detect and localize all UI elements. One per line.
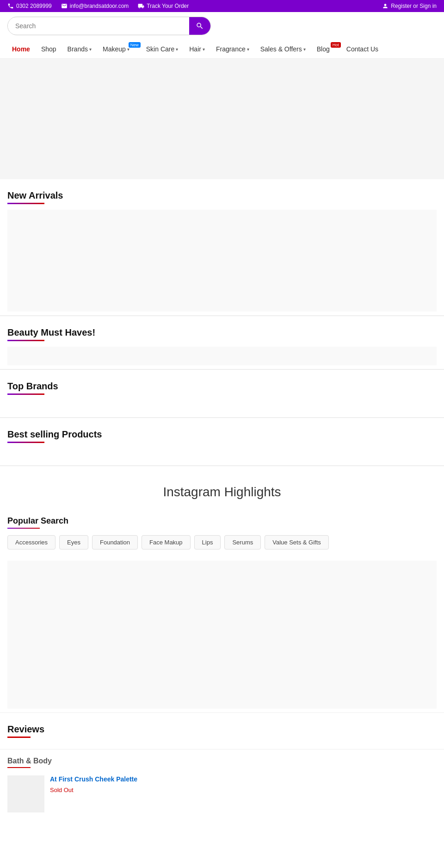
bath-body-title: Bath & Body xyxy=(7,757,437,765)
top-brands-underline xyxy=(7,393,44,395)
track-order-label: Track Your Order xyxy=(147,3,189,9)
product-name[interactable]: At First Crush Cheek Palette xyxy=(50,775,437,783)
bath-body-underline xyxy=(7,767,31,768)
tag-eyes[interactable]: Eyes xyxy=(59,535,88,550)
email-address: info@brandsatdoor.com xyxy=(70,3,129,9)
fragrance-chevron: ▾ xyxy=(247,47,249,52)
best-selling-section: Best selling Products xyxy=(0,418,444,466)
instagram-title: Instagram Highlights xyxy=(163,485,281,499)
nav-sales[interactable]: Sales & Offers ▾ xyxy=(256,40,310,58)
sales-chevron: ▾ xyxy=(303,47,306,52)
tags-row: Accessories Eyes Foundation Face Makup L… xyxy=(7,535,437,550)
track-icon xyxy=(138,3,144,9)
nav-fragrance[interactable]: Fragrance ▾ xyxy=(211,40,254,58)
nav-blog[interactable]: Blog Hot xyxy=(312,40,340,58)
tag-foundation[interactable]: Foundation xyxy=(92,535,138,550)
blog-hot-badge: Hot xyxy=(331,42,341,48)
hair-chevron: ▾ xyxy=(203,47,205,52)
nav-hair[interactable]: Hair ▾ xyxy=(185,40,210,58)
auth-label: Register or Sign in xyxy=(391,3,437,9)
best-selling-title: Best selling Products xyxy=(0,418,444,442)
search-form xyxy=(7,17,211,35)
search-button[interactable] xyxy=(189,17,210,35)
beauty-title: Beauty Must Haves! xyxy=(0,316,444,340)
track-order-item[interactable]: Track Your Order xyxy=(138,3,189,9)
top-bar: 0302 2089999 info@brandsatdoor.com Track… xyxy=(0,0,444,12)
product-image xyxy=(7,775,44,812)
brands-chevron: ▾ xyxy=(89,47,92,52)
user-icon xyxy=(382,3,388,9)
reviews-underline xyxy=(7,737,31,738)
new-arrivals-title: New Arrivals xyxy=(0,179,444,203)
popular-search-title: Popular Search xyxy=(7,516,437,526)
top-brands-title: Top Brands xyxy=(0,370,444,393)
product-grid xyxy=(7,561,437,709)
phone-number: 0302 2089999 xyxy=(16,3,52,9)
instagram-section: Instagram Highlights xyxy=(0,466,444,509)
new-arrivals-section: New Arrivals xyxy=(0,179,444,316)
nav-skincare[interactable]: Skin Care ▾ xyxy=(142,40,183,58)
search-input[interactable] xyxy=(8,18,189,34)
email-item[interactable]: info@brandsatdoor.com xyxy=(61,3,129,9)
tag-lips[interactable]: Lips xyxy=(194,535,221,550)
search-icon xyxy=(196,22,204,30)
nav-brands[interactable]: Brands ▾ xyxy=(63,40,96,58)
top-brands-content xyxy=(7,400,437,410)
beauty-underline xyxy=(7,340,44,341)
tag-value-sets[interactable]: Value Sets & Gifts xyxy=(265,535,329,550)
bath-body-section: Bath & Body At First Crush Cheek Palette… xyxy=(0,749,444,820)
tag-face-makup[interactable]: Face Makup xyxy=(142,535,191,550)
sold-out-badge: Sold Out xyxy=(50,787,437,793)
new-arrivals-content xyxy=(7,210,437,312)
top-brands-section: Top Brands xyxy=(0,370,444,418)
nav-home[interactable]: Home xyxy=(7,40,35,58)
popular-search-underline xyxy=(7,528,40,529)
nav-shop[interactable]: Shop xyxy=(37,40,61,58)
reviews-title: Reviews xyxy=(7,724,437,735)
nav-contact[interactable]: Contact Us xyxy=(342,40,383,58)
best-selling-underline xyxy=(7,442,44,443)
new-arrivals-underline xyxy=(7,203,44,204)
makeup-new-badge: New xyxy=(129,42,141,48)
reviews-section: Reviews xyxy=(0,713,444,749)
main-nav: Home Shop Brands ▾ Makeup New ▾ Skin Car… xyxy=(0,40,444,59)
auth-item[interactable]: Register or Sign in xyxy=(382,3,437,9)
best-selling-content xyxy=(7,449,437,458)
phone-icon xyxy=(7,3,14,9)
beauty-section: Beauty Must Haves! xyxy=(0,316,444,370)
popular-search-section: Popular Search Accessories Eyes Foundati… xyxy=(0,509,444,557)
phone-item[interactable]: 0302 2089999 xyxy=(7,3,52,9)
hero-banner xyxy=(0,59,444,179)
product-card: At First Crush Cheek Palette Sold Out xyxy=(7,775,437,812)
email-icon xyxy=(61,3,68,9)
tag-accessories[interactable]: Accessories xyxy=(7,535,56,550)
tag-serums[interactable]: Serums xyxy=(224,535,261,550)
product-info: At First Crush Cheek Palette Sold Out xyxy=(50,775,437,793)
nav-makeup[interactable]: Makeup New ▾ xyxy=(98,40,140,58)
skincare-chevron: ▾ xyxy=(176,47,178,52)
beauty-content xyxy=(7,347,437,365)
search-section xyxy=(0,12,444,40)
